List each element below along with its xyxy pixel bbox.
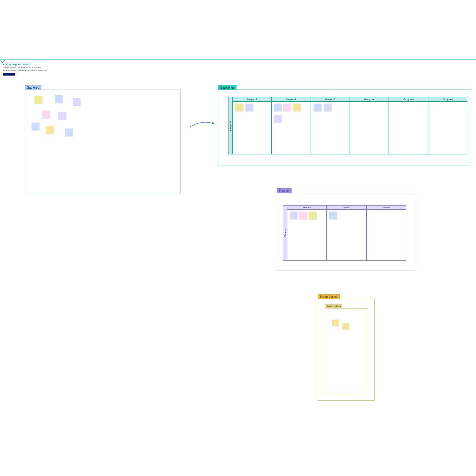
- inner-tab-overall-findings[interactable]: Overall findings: [325, 304, 342, 308]
- gathered-panel[interactable]: [25, 90, 181, 193]
- diagram-canvas[interactable]: Affinity diagram format Created by the B…: [0, 0, 476, 476]
- flow-arrow-icon: [189, 120, 216, 129]
- interpretation-panel[interactable]: Overall findings: [318, 299, 375, 401]
- theme-header: Theme 3: [367, 205, 406, 209]
- categories-table: Categories Category 1 Category 2 Categor…: [233, 97, 467, 154]
- category-cell-6[interactable]: [428, 101, 467, 154]
- sticky-note[interactable]: [55, 95, 62, 103]
- category-header: Category 6: [428, 97, 467, 101]
- sticky-note[interactable]: [342, 323, 349, 330]
- overall-findings-box[interactable]: [325, 309, 368, 394]
- category-cell-5[interactable]: [389, 101, 428, 154]
- sticky-note[interactable]: [73, 98, 80, 106]
- sticky-note[interactable]: [324, 104, 331, 111]
- top-divider: [0, 60, 476, 60]
- themes-panel[interactable]: Themes Theme 1 Theme 2 Theme 3: [277, 193, 415, 270]
- categories-side-label: Categories: [228, 97, 233, 154]
- theme-cell-2[interactable]: [327, 209, 366, 261]
- themes-table: Themes Theme 1 Theme 2 Theme 3: [287, 205, 406, 261]
- sticky-note[interactable]: [35, 96, 42, 104]
- header-block: Affinity diagram format Created by the B…: [3, 63, 47, 76]
- category-header: Category 2: [272, 97, 311, 101]
- category-cell-3[interactable]: [311, 101, 350, 154]
- category-header: Category 3: [311, 97, 350, 101]
- sticky-note[interactable]: [245, 104, 253, 111]
- document-title: Affinity diagram format: [3, 63, 47, 66]
- category-header: Category 4: [350, 97, 389, 101]
- theme-header: Theme 1: [287, 205, 327, 209]
- theme-header: Theme 2: [327, 205, 366, 209]
- document-subtitle-2: Experience Design & Management (ExDM) De…: [3, 69, 47, 72]
- sticky-note[interactable]: [314, 104, 321, 111]
- sticky-note[interactable]: [32, 123, 39, 130]
- sticky-note[interactable]: [299, 212, 307, 219]
- category-cell-4[interactable]: [350, 101, 389, 154]
- category-cell-1[interactable]: [233, 101, 272, 154]
- sticky-note[interactable]: [235, 104, 243, 111]
- category-cell-2[interactable]: [272, 101, 311, 154]
- org-badge: [3, 73, 15, 76]
- sticky-note[interactable]: [65, 129, 73, 136]
- sticky-note[interactable]: [46, 126, 54, 134]
- sticky-note[interactable]: [42, 111, 50, 118]
- sticky-note[interactable]: [58, 112, 66, 120]
- sticky-note[interactable]: [274, 115, 281, 123]
- sticky-note[interactable]: [293, 104, 300, 111]
- document-subtitle-1: Created by the BYU Marriott School of Bu…: [3, 66, 47, 69]
- sticky-note[interactable]: [290, 212, 298, 219]
- theme-cell-1[interactable]: [287, 209, 327, 261]
- sticky-note[interactable]: [332, 320, 339, 326]
- category-header: Category 1: [233, 97, 272, 101]
- category-header: Category 5: [389, 97, 428, 101]
- sticky-note[interactable]: [283, 104, 291, 111]
- themes-side-label: Themes: [283, 205, 287, 261]
- theme-cell-3[interactable]: [367, 209, 406, 261]
- sticky-note[interactable]: [309, 212, 317, 219]
- sticky-note[interactable]: [274, 104, 281, 111]
- sticky-note[interactable]: [329, 212, 337, 219]
- categories-panel[interactable]: Categories Category 1 Category 2 Categor…: [218, 90, 471, 165]
